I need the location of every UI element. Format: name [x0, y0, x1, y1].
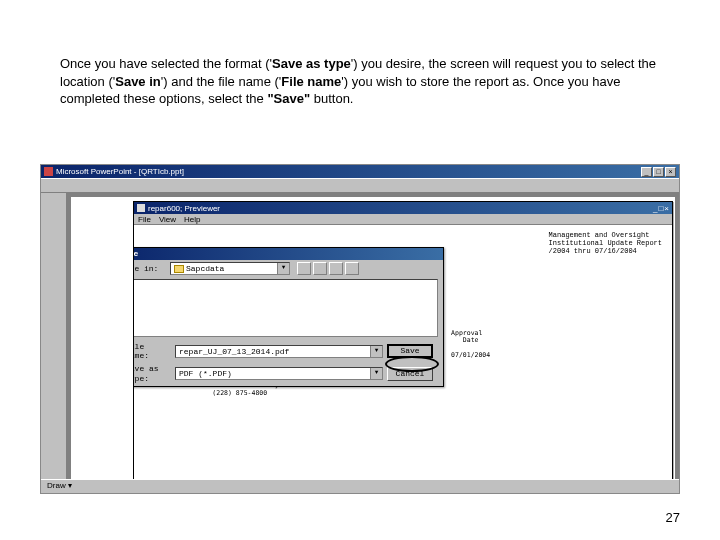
save-dialog-title: Save	[134, 248, 443, 260]
previewer-body: Management and Oversight Institutional U…	[134, 225, 672, 490]
slide-thumbnail-panel	[41, 193, 67, 493]
toolbar-button[interactable]	[45, 180, 58, 192]
embedded-screenshot: Microsoft PowerPoint - [QRTIcb.ppt] _ □ …	[40, 164, 680, 494]
powerpoint-icon	[44, 167, 53, 176]
menu-help[interactable]: Help	[184, 215, 200, 224]
close-button[interactable]: ×	[665, 167, 676, 177]
slide-main-area: repar600; Previewer _ □ × File View Help	[67, 193, 679, 493]
slide-canvas: repar600; Previewer _ □ × File View Help	[71, 197, 675, 489]
menu-view[interactable]: View	[159, 215, 176, 224]
toolbar-button[interactable]	[60, 180, 73, 192]
page-number: 27	[666, 510, 680, 525]
report-header: Management and Oversight Institutional U…	[549, 231, 662, 255]
chevron-down-icon[interactable]: ▼	[370, 346, 382, 357]
save-dialog: Save Save in: Sapcdata ▼	[134, 247, 444, 387]
new-folder-button[interactable]	[313, 262, 327, 275]
maximize-button[interactable]: □	[653, 167, 664, 177]
powerpoint-titlebar: Microsoft PowerPoint - [QRTIcb.ppt] _ □ …	[41, 165, 679, 178]
save-as-type-combo[interactable]: PDF (*.PDF) ▼	[175, 367, 383, 380]
instruction-text: Once you have selected the format ('Save…	[60, 55, 660, 108]
report-previewer-window: repar600; Previewer _ □ × File View Help	[133, 201, 673, 491]
save-in-combo[interactable]: Sapcdata ▼	[170, 262, 290, 275]
save-button[interactable]: Save	[387, 344, 433, 358]
file-list-area[interactable]	[134, 279, 438, 337]
chevron-down-icon[interactable]: ▼	[277, 263, 289, 274]
minimize-button[interactable]: _	[641, 167, 652, 177]
previewer-icon	[137, 204, 145, 212]
previewer-close[interactable]: ×	[664, 204, 669, 213]
menu-file[interactable]: File	[138, 215, 151, 224]
view-list-button[interactable]	[329, 262, 343, 275]
previewer-titlebar: repar600; Previewer _ □ ×	[134, 202, 672, 214]
file-name-label: File name:	[134, 342, 171, 360]
file-name-input[interactable]: repar_UJ_07_13_2014.pdf ▼	[175, 345, 383, 358]
save-as-type-value: PDF (*.PDF)	[179, 369, 232, 378]
previewer-maximize[interactable]: □	[658, 204, 663, 213]
folder-icon	[174, 265, 184, 273]
toolbar-button[interactable]	[75, 180, 88, 192]
up-folder-button[interactable]	[297, 262, 311, 275]
save-in-value: Sapcdata	[186, 264, 224, 273]
save-as-type-label: Save as type:	[134, 364, 171, 382]
previewer-menubar: File View Help	[134, 214, 672, 225]
draw-label[interactable]: Draw ▾	[47, 481, 72, 490]
draw-toolbar: Draw ▾	[41, 479, 679, 493]
save-in-label: Save in:	[134, 264, 166, 273]
chevron-down-icon[interactable]: ▼	[370, 368, 382, 379]
toolbar-button[interactable]	[90, 180, 103, 192]
previewer-minimize[interactable]: _	[653, 204, 657, 213]
powerpoint-title: Microsoft PowerPoint - [QRTIcb.ppt]	[56, 167, 184, 176]
cancel-button[interactable]: Cancel	[387, 367, 433, 381]
powerpoint-toolbar	[41, 178, 679, 193]
file-name-value: repar_UJ_07_13_2014.pdf	[179, 347, 289, 356]
view-details-button[interactable]	[345, 262, 359, 275]
previewer-title: repar600; Previewer	[148, 204, 220, 213]
